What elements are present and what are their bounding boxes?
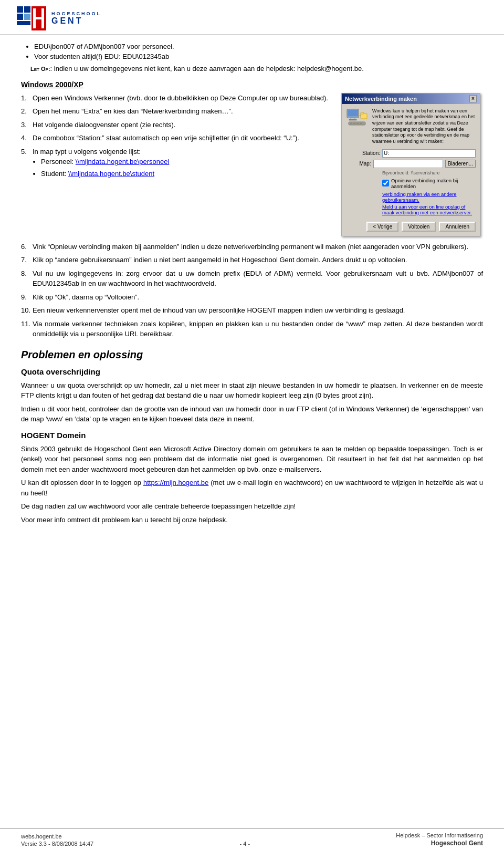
step-5-num: 5. [21,147,30,181]
step-8-text: Vul nu uw logingegevens in: zorg ervoor … [33,268,483,289]
step-10: 10. Een nieuw verkennervenster opent met… [21,305,483,316]
intro-bullets-list: EDU\jbon007 of ADM\jbon007 voor personee… [34,43,483,60]
svg-rect-3 [17,14,23,20]
map-label: Map: [346,161,371,167]
footer-page-num: - 4 - [239,841,250,847]
dialog-col: Netwerkverbinding maken × [341,93,483,236]
footer-helpdesk: Helpdesk – Sector Informatisering [396,832,483,838]
cancel-button[interactable]: Annuleren [439,222,476,232]
step-7-num: 7. [21,255,30,265]
step-2-text: Open het menu “Extra” en kies dan “Netwe… [33,106,233,117]
svg-rect-2 [24,6,30,13]
footer-website: webs.hogent.be [21,833,93,839]
reconnect-checkbox[interactable] [382,180,389,186]
svg-rect-15 [361,113,367,119]
step-3-num: 3. [21,120,30,130]
quota-para1: Wanneer u uw quota overschrijdt op uw ho… [21,380,483,401]
step-1: 1. Open een Windows Verkenner (bvb. door… [21,93,333,103]
finish-button[interactable]: Voltooien [402,222,436,232]
svg-rect-18 [350,123,352,124]
online-storage-link[interactable]: Meld u aan voor een on line opslag of ma… [382,204,472,215]
steps-list-full: 6. Vink “Opnieuw verbinding maken bij aa… [21,242,483,339]
back-button[interactable]: < Vorige [366,222,398,232]
svg-rect-1 [17,6,23,13]
step-7-text: Klik op “andere gebruikersnaam” indien u… [33,255,407,265]
footer-version: Versie 3.3 - 8/08/2008 14:47 [21,841,93,847]
network-drive-icon-area: → [346,108,368,130]
svg-rect-16 [361,112,364,114]
step-2-num: 2. [21,106,30,117]
dialog-close-button[interactable]: × [469,95,477,102]
step-8-num: 8. [21,268,30,289]
bullet-item-2: Voor studenten altijd(!) EDU: EDU\012345… [34,53,483,60]
dialog-title-text: Netwerkverbinding maken [345,96,417,102]
steps-list-left: 1. Open een Windows Verkenner (bvb. door… [21,93,333,181]
step-11: 11. Via normale verkenner technieken zoa… [21,319,483,339]
svg-rect-13 [349,119,356,120]
step-11-num: 11. [21,319,30,339]
reconnect-label: Opnieuw verbinding maken bij aanmelden [391,178,476,189]
dialog-fields: Station: Map: Bladeren... Bijvoorbeeld: … [346,149,476,215]
let-op-label: Let Op: [30,66,50,72]
step-8: 8. Vul nu uw logingegevens in: zorg ervo… [21,268,483,289]
step-11-text: Via normale verkenner technieken zoals k… [33,319,483,339]
step-5: 5. In map typt u volgens volgende lijst:… [21,147,333,181]
page-footer: webs.hogent.be Versie 3.3 - 8/08/2008 14… [0,828,504,850]
steps-left-col: 1. Open een Windows Verkenner (bvb. door… [21,93,333,236]
problems-heading: Problemen en oplossing [21,349,483,361]
dialog-top-section: → [346,108,476,145]
step-6-num: 6. [21,242,30,252]
hogeschool-text: HOGESCHOOL [51,11,101,16]
svg-rect-21 [360,123,362,124]
quota-heading: Quota overschrijding [21,367,483,376]
station-input[interactable] [382,149,476,158]
page-header: HOGESCHOOL GENT [0,0,504,35]
step-5-subbullets: Personeel: \\mijndata.hogent.be\personee… [41,157,169,179]
dialog-link1-row: Verbinding maken via een andere gebruike… [382,191,476,203]
student-link[interactable]: \\mijndata.hogent.be\student [68,170,154,178]
network-dialog: Netwerkverbinding maken × [341,93,480,236]
hogent-heading: HOGENT Domein [21,431,483,440]
personeel-link[interactable]: \\mijndata.hogent.be\personeel [76,158,170,165]
logo-area: HOGESCHOOL GENT [16,5,101,32]
step-10-text: Een nieuw verkennervenster opent met de … [33,305,405,316]
step-3: 3. Het volgende dialoogvenster opent (zi… [21,120,333,130]
sub-bullet-student: Student: \\mijndata.hogent.be\student [41,169,169,179]
step-1-num: 1. [21,93,30,103]
footer-right: Helpdesk – Sector Informatisering Hogesc… [396,832,483,847]
hogent-link[interactable]: https://mijn.hogent.be [143,479,208,486]
intro-note: Let Op:: indien u uw domeingegevens niet… [30,64,483,74]
svg-rect-12 [351,118,355,119]
station-label: Station: [346,150,380,156]
hogeschool-logo-icon [16,5,47,32]
main-content: EDU\jbon007 of ADM\jbon007 voor personee… [0,35,504,828]
step-1-text: Open een Windows Verkenner (bvb. door te… [33,93,328,103]
hogent-para1: Sinds 2003 gebruikt de Hogeschool Gent e… [21,444,483,475]
let-op-colon: : [50,65,54,72]
network-drive-icon: → [346,108,368,130]
example-label: Bijvoorbeeld: \\server\share [382,170,476,175]
other-username-link[interactable]: Verbinding maken via een andere gebruike… [382,191,457,203]
step-9-num: 9. [21,292,30,303]
footer-school-name: Hogeschool Gent [431,839,483,847]
bullet-item-1: EDU\jbon007 of ADM\jbon007 voor personee… [34,43,483,50]
step-6: 6. Vink “Opnieuw verbinding maken bij aa… [21,242,483,252]
dialog-body: → [342,104,480,236]
step-5-content: In map typt u volgens volgende lijst: Pe… [33,147,169,181]
two-col-section: 1. Open een Windows Verkenner (bvb. door… [21,93,483,236]
dialog-buttons: < Vorige Voltooien Annuleren [346,220,476,232]
step-10-num: 10. [21,305,30,316]
step-3-text: Het volgende dialoogvenster opent (zie r… [33,120,175,130]
map-input[interactable] [373,160,443,168]
intro-bullets-section: EDU\jbon007 of ADM\jbon007 voor personee… [21,43,483,74]
hogent-para3: De dag nadien zal uw wachtwoord voor all… [21,501,483,512]
let-op-text: indien u uw domeingegevens niet kent, ka… [54,65,364,72]
sub-bullet-personeel: Personeel: \\mijndata.hogent.be\personee… [41,157,169,167]
quota-para2: Indien u dit voor hebt, controleer dan d… [21,404,483,424]
step-9: 9. Klik op “Ok”, daarna op “Voltooien”. [21,292,483,303]
station-row: Station: [346,149,476,158]
svg-rect-11 [348,110,358,117]
browse-button[interactable]: Bladeren... [445,160,476,168]
svg-rect-19 [353,123,355,124]
step-4-text: De combobox “Station:” staat automatisch… [33,133,299,143]
